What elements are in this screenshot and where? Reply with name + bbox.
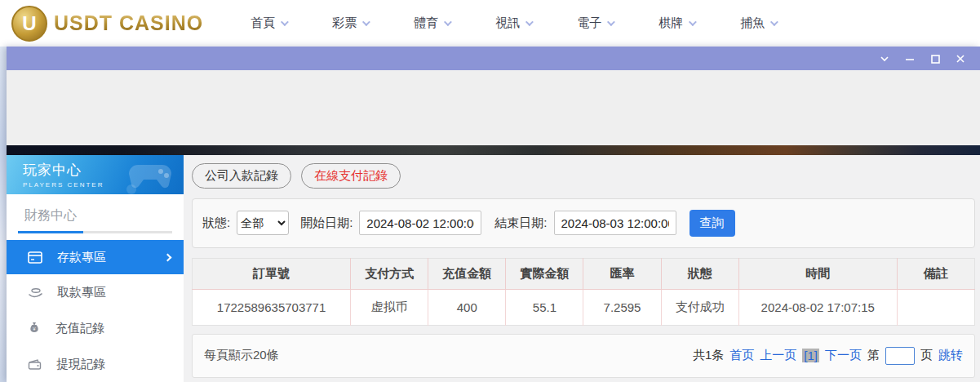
current-page-indicator[interactable]: [1]	[802, 349, 819, 362]
cell-payment-method: 虚拟币	[351, 289, 428, 325]
banner-bottom-edge	[7, 145, 980, 155]
banner-placeholder	[7, 70, 980, 145]
sidebar-item-recharge-records[interactable]: ¥ 充值記錄	[7, 310, 184, 346]
nav-item-fishing[interactable]: 捕魚	[740, 16, 776, 31]
end-date-label: 結束日期:	[494, 215, 547, 231]
nav-item-chess[interactable]: 棋牌	[659, 16, 694, 31]
col-remark: 備註	[897, 258, 974, 289]
main-nav: 首頁 彩票 體育 視訊 電子 棋牌 捕魚	[251, 16, 776, 31]
chevron-down-icon	[281, 18, 289, 26]
cell-recharge-amount: 400	[428, 289, 506, 325]
cell-order-number: 1722589635703771	[193, 289, 351, 325]
tab-online-payment-records[interactable]: 在線支付記錄	[301, 163, 401, 189]
record-tabs: 公司入款記錄 在線支付記錄	[192, 163, 975, 189]
status-select[interactable]: 全部	[237, 211, 289, 235]
col-status: 狀態	[661, 258, 738, 289]
page-background-strip	[0, 47, 7, 382]
table-footer: 每頁顯示20條 共1条 首页 上一页 [1] 下一页 第 页 跳转	[192, 334, 975, 378]
start-date-input[interactable]	[359, 211, 481, 235]
gamepad-icon	[120, 158, 177, 194]
sidebar-item-deposit[interactable]: 存款專區	[7, 240, 184, 274]
pagination: 共1条 首页 上一页 [1] 下一页 第 页 跳转	[693, 347, 963, 365]
records-table: 訂單號 支付方式 充值金額 實際金額 匯率 狀態 時間 備註 172258963…	[192, 258, 975, 326]
col-actual-amount: 實際金額	[506, 258, 583, 289]
jump-button[interactable]: 跳转	[938, 348, 963, 363]
wallet-icon	[28, 358, 42, 371]
chevron-down-icon	[689, 18, 697, 26]
site-header: U USDT CASINO 首頁 彩票 體育 視訊 電子 棋牌 捕魚	[0, 0, 980, 47]
money-bag-icon: ¥	[28, 322, 41, 335]
main-content: 公司入款記錄 在線支付記錄 狀態: 全部 開始日期: 結束日期: 查詢 訂單號	[184, 155, 980, 382]
chevron-down-icon	[770, 18, 778, 26]
col-payment-method: 支付方式	[351, 258, 428, 289]
finance-section-label: 財務中心	[7, 194, 184, 231]
nav-item-sports[interactable]: 體育	[414, 16, 450, 31]
sidebar-item-withdrawal-records[interactable]: 提現記錄	[7, 346, 184, 382]
logo[interactable]: U USDT CASINO	[11, 6, 203, 42]
logo-coin-icon: U	[11, 6, 47, 42]
start-date-label: 開始日期:	[300, 215, 353, 231]
col-order-number: 訂單號	[193, 258, 351, 289]
col-exchange-rate: 匯率	[583, 258, 661, 289]
logo-text: USDT CASINO	[54, 11, 203, 35]
cell-status: 支付成功	[661, 289, 738, 325]
maximize-icon[interactable]	[929, 52, 942, 65]
tab-company-deposit-records[interactable]: 公司入款記錄	[192, 163, 291, 189]
first-page-link[interactable]: 首页	[729, 348, 754, 363]
window-titlebar	[7, 47, 980, 70]
players-center-header: 玩家中心 PLAYERS CENTER	[7, 155, 184, 194]
cell-exchange-rate: 7.2595	[583, 289, 661, 325]
cell-remark	[897, 289, 974, 325]
search-button[interactable]: 查詢	[690, 210, 735, 237]
withdraw-hand-icon	[28, 286, 42, 299]
chevron-right-icon	[164, 253, 172, 261]
chevron-down-icon	[444, 18, 452, 26]
sidebar-item-withdraw[interactable]: 取款專區	[7, 274, 184, 310]
nav-item-home[interactable]: 首頁	[251, 16, 286, 31]
nav-item-slots[interactable]: 電子	[577, 16, 613, 31]
cell-actual-amount: 55.1	[506, 289, 583, 325]
player-center-window: 玩家中心 PLAYERS CENTER 財務中心 存款專區 取款專區	[7, 47, 980, 382]
page-size-text: 每頁顯示20條	[204, 348, 279, 363]
total-count: 共1条	[693, 348, 724, 363]
section-divider	[18, 231, 172, 233]
col-time: 時間	[738, 258, 897, 289]
table-header-row: 訂單號 支付方式 充值金額 實際金額 匯率 狀態 時間 備註	[193, 258, 975, 289]
nav-item-live[interactable]: 視訊	[495, 16, 531, 31]
prev-page-link[interactable]: 上一页	[760, 348, 796, 363]
chevron-down-icon	[525, 18, 534, 26]
deposit-card-icon	[28, 251, 42, 264]
cell-time: 2024-08-02 17:07:15	[738, 289, 897, 325]
table-row: 1722589635703771 虚拟币 400 55.1 7.2595 支付成…	[193, 289, 975, 325]
filter-bar: 狀態: 全部 開始日期: 結束日期: 查詢	[192, 198, 975, 248]
chevron-down-icon	[607, 18, 615, 26]
sidebar: 玩家中心 PLAYERS CENTER 財務中心 存款專區 取款專區	[7, 155, 184, 382]
next-page-link[interactable]: 下一页	[825, 348, 862, 363]
chevron-down-icon	[362, 18, 370, 26]
close-icon[interactable]	[954, 52, 967, 65]
jump-page-input[interactable]	[885, 347, 915, 365]
status-label: 狀態:	[202, 215, 230, 231]
minimize-icon[interactable]	[903, 52, 916, 65]
col-recharge-amount: 充值金額	[428, 258, 506, 289]
jump-prefix-label: 第	[867, 348, 880, 363]
jump-suffix-label: 页	[920, 348, 933, 363]
nav-item-lottery[interactable]: 彩票	[332, 16, 368, 31]
end-date-input[interactable]	[554, 211, 676, 235]
collapse-icon[interactable]	[878, 52, 891, 65]
